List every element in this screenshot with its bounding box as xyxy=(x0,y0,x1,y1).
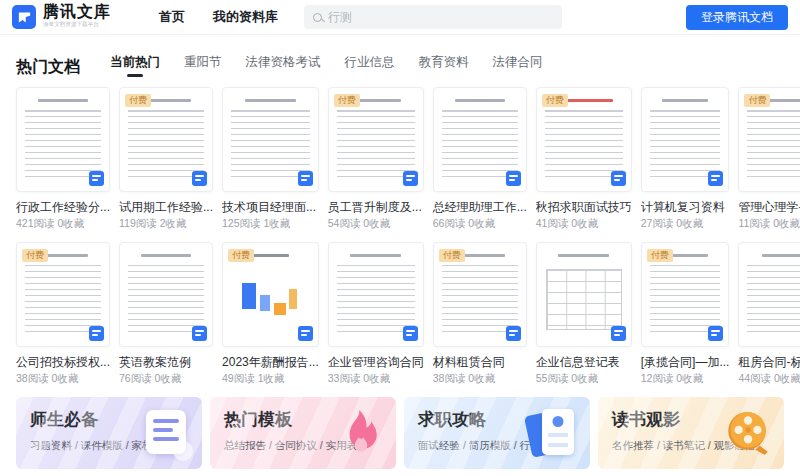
search-input[interactable] xyxy=(328,10,553,24)
nav-item-my-library[interactable]: 我的资料库 xyxy=(213,8,278,26)
doc-thumbnail[interactable]: 付费 xyxy=(119,87,213,192)
doc-title[interactable]: 行政工作经验分... xyxy=(16,200,110,215)
doc-stats: 421阅读 0收藏 xyxy=(16,217,110,230)
doc-title[interactable]: 材料租赁合同 xyxy=(433,355,527,370)
doc-thumbnail[interactable]: 付费 xyxy=(536,87,632,192)
hot-tabs: 当前热门重阳节法律资格考试行业信息教育资料法律合同 xyxy=(110,55,567,77)
doc-card[interactable]: 技术项目经理面...125阅读 1收藏 xyxy=(222,87,319,230)
doc-title[interactable]: 公司招投标授权... xyxy=(16,355,110,370)
promo-banner-2[interactable]: 求职攻略面试经验 / 简历模版 / 行业信息 xyxy=(404,397,590,469)
doc-title[interactable]: 企业信息登记表 xyxy=(536,355,632,370)
doc-card[interactable]: 计算机复习资料27阅读 0收藏 xyxy=(641,87,730,230)
nav-item-home[interactable]: 首页 xyxy=(159,8,185,26)
doc-title[interactable]: 秋招求职面试技巧 xyxy=(536,200,632,215)
doc-thumbnail[interactable]: 付费 xyxy=(328,87,424,192)
doc-title[interactable]: 2023年薪酬报告... xyxy=(222,355,319,370)
promo-banner-3[interactable]: 读书观影名作推荐 / 读书笔记 / 观影感悟 xyxy=(598,397,784,469)
doc-card[interactable]: 付费试用期工作经验...119阅读 2收藏 xyxy=(119,87,213,230)
doc-thumbnail[interactable] xyxy=(16,87,110,192)
search-icon xyxy=(313,13,322,22)
doc-card[interactable]: 租房合同-标准版44阅读 0收藏 xyxy=(738,242,800,385)
paid-tag: 付费 xyxy=(125,94,151,107)
thumb-heading xyxy=(141,254,191,257)
doc-card[interactable]: 企业信息登记表55阅读 0收藏 xyxy=(536,242,632,385)
doc-stats: 33阅读 0收藏 xyxy=(328,372,424,385)
login-button[interactable]: 登录腾讯文档 xyxy=(686,5,788,30)
doc-card[interactable]: 付费[承揽合同]—加...12阅读 0收藏 xyxy=(641,242,730,385)
doc-stats: 44阅读 0收藏 xyxy=(738,372,800,385)
doc-grid: 行政工作经验分...421阅读 0收藏付费试用期工作经验...119阅读 2收藏… xyxy=(16,87,784,385)
thumb-heading xyxy=(662,99,709,102)
thumb-text-lines xyxy=(25,265,101,335)
logo[interactable]: 腾讯文库 海量文档资源下载平台 xyxy=(12,4,133,31)
promo-banner-0[interactable]: 师生必备习题资料 / 课件模版 / 家校活动 xyxy=(16,397,202,469)
doc-card[interactable]: 总经理助理工作...66阅读 0收藏 xyxy=(433,87,527,230)
thumb-text-lines xyxy=(442,110,518,180)
doc-title[interactable]: 试用期工作经验... xyxy=(119,200,213,215)
paid-tag: 付费 xyxy=(22,249,48,262)
search-box[interactable] xyxy=(304,5,562,29)
promo-banner-1[interactable]: 热门模板总结报告 / 合同协议 / 实用表单 xyxy=(210,397,396,469)
doc-title[interactable]: 管理心理学-复习... xyxy=(738,200,800,215)
doc-thumbnail[interactable]: 付费 xyxy=(433,242,527,347)
thumb-text-lines xyxy=(231,110,310,180)
doc-stats: 76阅读 0收藏 xyxy=(119,372,213,385)
tab-3[interactable]: 行业信息 xyxy=(345,55,395,77)
resume-icon xyxy=(528,408,578,458)
doc-thumbnail[interactable]: 付费 xyxy=(641,242,730,347)
thumb-text-lines xyxy=(747,265,800,335)
doc-title[interactable]: [承揽合同]—加... xyxy=(641,355,730,370)
doc-title[interactable]: 计算机复习资料 xyxy=(641,200,730,215)
doc-thumbnail[interactable] xyxy=(536,242,632,347)
tab-1[interactable]: 重阳节 xyxy=(184,55,222,77)
doc-thumbnail[interactable] xyxy=(222,87,319,192)
doc-card[interactable]: 付费材料租赁合同38阅读 0收藏 xyxy=(433,242,527,385)
doc-stats: 66阅读 0收藏 xyxy=(433,217,527,230)
doc-title[interactable]: 租房合同-标准版 xyxy=(738,355,800,370)
doc-title[interactable]: 技术项目经理面... xyxy=(222,200,319,215)
doc-thumbnail[interactable]: 付费 xyxy=(16,242,110,347)
doc-stats: 125阅读 1收藏 xyxy=(222,217,319,230)
doc-thumbnail[interactable]: 付费 xyxy=(738,87,800,192)
doc-sheet-icon xyxy=(140,408,190,458)
doc-card[interactable]: 行政工作经验分...421阅读 0收藏 xyxy=(16,87,110,230)
thumb-text-lines xyxy=(442,265,518,335)
doc-thumbnail[interactable] xyxy=(738,242,800,347)
thumb-text-lines xyxy=(650,110,721,180)
doc-title[interactable]: 企业管理咨询合同 xyxy=(328,355,424,370)
doc-card[interactable]: 付费公司招投标授权...38阅读 0收藏 xyxy=(16,242,110,385)
doc-card[interactable]: 付费管理心理学-复习...11阅读 0收藏 xyxy=(738,87,800,230)
doc-title[interactable]: 总经理助理工作... xyxy=(433,200,527,215)
doc-thumbnail[interactable]: 付费 xyxy=(222,242,319,347)
flame-icon xyxy=(334,408,384,458)
thumb-text-lines xyxy=(128,265,204,335)
paid-tag: 付费 xyxy=(228,249,254,262)
doc-type-icon xyxy=(403,326,418,341)
thumb-text-lines xyxy=(337,110,415,180)
top-header: 腾讯文库 海量文档资源下载平台 首页 我的资料库 登录腾讯文档 xyxy=(0,0,800,35)
tab-2[interactable]: 法律资格考试 xyxy=(246,55,321,77)
doc-thumbnail[interactable] xyxy=(328,242,424,347)
doc-card[interactable]: 付费2023年薪酬报告...49阅读 1收藏 xyxy=(222,242,319,385)
paid-tag: 付费 xyxy=(334,94,360,107)
doc-title[interactable]: 员工晋升制度及... xyxy=(328,200,424,215)
paid-tag: 付费 xyxy=(647,249,673,262)
doc-thumbnail[interactable] xyxy=(119,242,213,347)
doc-thumbnail[interactable] xyxy=(641,87,730,192)
tab-4[interactable]: 教育资料 xyxy=(419,55,469,77)
doc-stats: 12阅读 0收藏 xyxy=(641,372,730,385)
tab-0-active[interactable]: 当前热门 xyxy=(110,55,160,77)
doc-card[interactable]: 付费员工晋升制度及...54阅读 0收藏 xyxy=(328,87,424,230)
doc-card[interactable]: 英语教案范例76阅读 0收藏 xyxy=(119,242,213,385)
doc-thumbnail[interactable] xyxy=(433,87,527,192)
tab-5[interactable]: 法律合同 xyxy=(493,55,543,77)
doc-stats: 54阅读 0收藏 xyxy=(328,217,424,230)
thumb-heading xyxy=(350,254,401,257)
doc-title[interactable]: 英语教案范例 xyxy=(119,355,213,370)
doc-card[interactable]: 企业管理咨询合同33阅读 0收藏 xyxy=(328,242,424,385)
thumb-heading xyxy=(38,99,88,102)
doc-type-icon xyxy=(192,171,207,186)
thumb-text-lines xyxy=(545,110,623,180)
doc-stats: 38阅读 0收藏 xyxy=(16,372,110,385)
doc-card[interactable]: 付费秋招求职面试技巧41阅读 0收藏 xyxy=(536,87,632,230)
